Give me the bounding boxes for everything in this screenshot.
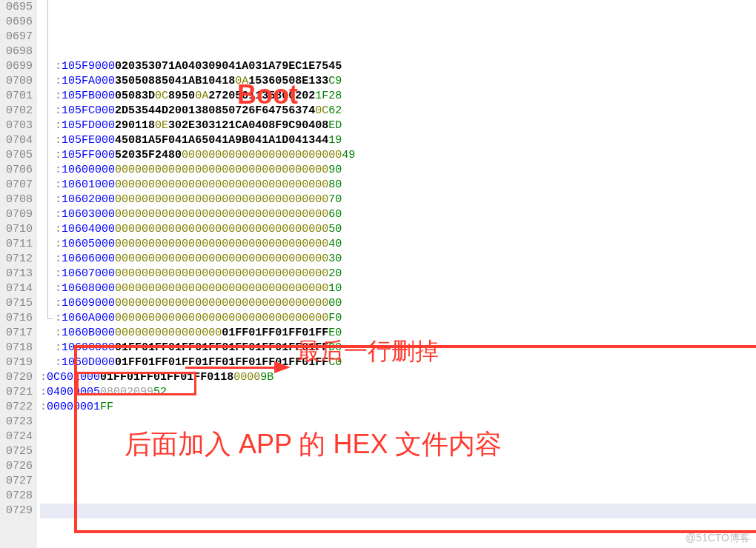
line-number: 0718	[1, 341, 33, 355]
code-line[interactable]: :106080000000000000000000000000000000000…	[40, 281, 756, 296]
line-number: 0729	[1, 504, 33, 518]
line-number: 0720	[1, 370, 33, 385]
line-number: 0723	[1, 415, 33, 430]
code-line[interactable]: :1060A0000000000000000000000000000000000…	[40, 311, 756, 326]
line-number: 0711	[1, 237, 33, 252]
line-number: 0699	[1, 59, 33, 74]
code-line[interactable]	[40, 489, 756, 504]
line-number: 0712	[1, 252, 33, 267]
code-line[interactable]: :1060D00001FF01FF01FF01FF01FF01FF01FF01F…	[40, 355, 756, 370]
code-line[interactable]: :106000000000000000000000000000000000000…	[40, 163, 756, 178]
code-line[interactable]: :106020000000000000000000000000000000000…	[40, 193, 756, 207]
code-line[interactable]: :106040000000000000000000000000000000000…	[40, 222, 756, 237]
line-number: 0713	[1, 267, 33, 281]
code-line[interactable]: :106090000000000000000000000000000000000…	[40, 296, 756, 311]
line-number: 0702	[1, 104, 33, 118]
line-number: 0705	[1, 148, 33, 163]
code-line[interactable]	[40, 415, 756, 430]
line-number: 0701	[1, 89, 33, 104]
line-number: 0719	[1, 355, 33, 370]
code-line[interactable]: :105FA00035050885041AB104180A15360508E13…	[40, 74, 756, 89]
line-number: 0695	[1, 0, 33, 15]
line-number: 0714	[1, 281, 33, 296]
line-number: 0716	[1, 311, 33, 326]
code-line[interactable]: :105FD0002901180E302E303121CA0408F9C9040…	[40, 118, 756, 133]
line-number: 0698	[1, 44, 33, 59]
code-line[interactable]: :105FC0002D53544D2001380850726F647563740…	[40, 104, 756, 118]
code-line[interactable]: :106030000000000000000000000000000000000…	[40, 207, 756, 222]
code-line[interactable]: :105FE00045081A5F041A65041A9B041A1D04134…	[40, 133, 756, 148]
code-line[interactable]	[40, 518, 756, 533]
line-number: 0722	[1, 400, 33, 415]
line-number: 0715	[1, 296, 33, 311]
code-line[interactable]: :1060B000000000000000000001FF01FF01FF01F…	[40, 326, 756, 341]
code-line[interactable]: :106050000000000000000000000000000000000…	[40, 237, 756, 252]
code-line[interactable]: :106010000000000000000000000000000000000…	[40, 178, 756, 193]
line-number: 0709	[1, 207, 33, 222]
line-number: 0704	[1, 133, 33, 148]
code-line[interactable]: :1060C00001FF01FF01FF01FF01FF01FF01FF01F…	[40, 341, 756, 355]
code-line[interactable]: :040000050800209952	[40, 385, 756, 400]
line-number: 0706	[1, 163, 33, 178]
line-number: 0703	[1, 118, 33, 133]
line-number: 0725	[1, 444, 33, 459]
code-line[interactable]: :00000001FF	[40, 400, 756, 415]
line-number: 0708	[1, 193, 33, 207]
code-line[interactable]	[40, 444, 756, 459]
code-line[interactable]: :105FF00052035F2480000000000000000000000…	[40, 148, 756, 163]
code-line[interactable]	[40, 430, 756, 444]
line-number: 0710	[1, 222, 33, 237]
code-line[interactable]: :105F9000020353071A040309041A031A79EC1E7…	[40, 59, 756, 74]
line-number: 0721	[1, 385, 33, 400]
line-number: 0724	[1, 430, 33, 444]
code-line[interactable]	[40, 533, 756, 548]
line-number: 0717	[1, 326, 33, 341]
line-number: 0707	[1, 178, 33, 193]
code-line[interactable]: :0C60E00001FF01FF01FF01FF011800009B	[40, 370, 756, 385]
code-line[interactable]	[40, 459, 756, 474]
watermark: @51CTO博客	[686, 530, 750, 545]
code-line[interactable]	[40, 504, 756, 518]
code-line[interactable]	[40, 474, 756, 489]
line-number: 0696	[1, 15, 33, 30]
line-number: 0728	[1, 489, 33, 504]
code-area[interactable]: :105F9000020353071A040309041A031A79EC1E7…	[37, 0, 756, 548]
code-line[interactable]: :105FB00005083D0C89500A27205011358002021…	[40, 89, 756, 104]
line-number: 0726	[1, 459, 33, 474]
line-number: 0700	[1, 74, 33, 89]
code-line[interactable]: :106060000000000000000000000000000000000…	[40, 252, 756, 267]
line-number-gutter: 0695069606970698069907000701070207030704…	[0, 0, 37, 548]
code-line[interactable]: :106070000000000000000000000000000000000…	[40, 267, 756, 281]
code-editor: 0695069606970698069907000701070207030704…	[0, 0, 756, 548]
line-number: 0697	[1, 30, 33, 44]
line-number: 0727	[1, 474, 33, 489]
